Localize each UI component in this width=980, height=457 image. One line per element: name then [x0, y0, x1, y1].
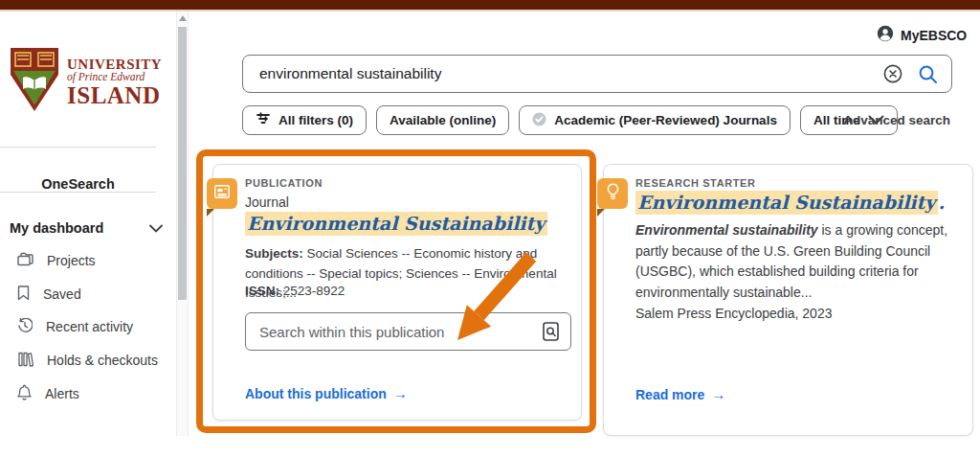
read-more-label: Read more	[635, 387, 704, 402]
search-icon[interactable]	[918, 64, 938, 84]
sidebar-scrollbar[interactable]	[176, 11, 189, 436]
sidebar-item-label: Alerts	[45, 386, 79, 401]
chevron-down-icon	[149, 220, 163, 236]
highlighted-title: Environmental Sustainability	[635, 191, 938, 215]
badge-fold	[207, 209, 214, 217]
sidebar-divider	[0, 147, 156, 148]
alerts-icon	[17, 384, 32, 403]
sidebar-item-recent-activity[interactable]: Recent activity	[17, 315, 170, 338]
badge-fold	[597, 209, 605, 217]
sidebar: UNIVERSITY of Prince Edward ISLAND OneSe…	[0, 13, 176, 457]
research-starter-snippet: Environmental sustainability is a growin…	[635, 220, 972, 303]
document-search-icon[interactable]	[543, 322, 570, 341]
research-starter-title-link[interactable]: Environmental Sustainability.	[635, 192, 945, 213]
sidebar-my-dashboard-toggle[interactable]: My dashboard	[10, 220, 163, 236]
about-this-publication-link[interactable]: About this publication →	[245, 385, 408, 401]
sidebar-item-label: Holds & checkouts	[47, 353, 158, 368]
ebsco-onesearch-page: UNIVERSITY of Prince Edward ISLAND OneSe…	[0, 0, 980, 457]
person-icon	[877, 25, 894, 45]
subjects-label: Subjects:	[245, 246, 303, 261]
advanced-search-link[interactable]: Advanced search	[842, 113, 950, 127]
snippet-lead: Environmental sustainability	[635, 222, 818, 238]
saved-icon	[17, 286, 30, 304]
sidebar-item-projects[interactable]: Projects	[17, 249, 170, 272]
check-circle-icon	[532, 112, 546, 129]
journal-icon	[214, 185, 230, 202]
recent-activity-icon	[17, 318, 33, 336]
result-type-label: PUBLICATION	[245, 177, 323, 189]
peer-reviewed-label: Academic (Peer-Reviewed) Journals	[554, 113, 777, 127]
highlighted-title: Environmental Sustainability	[245, 212, 547, 236]
filter-icon	[256, 112, 271, 128]
top-brand-bar	[0, 0, 980, 11]
publication-format: Journal	[245, 194, 289, 210]
upei-shield-icon	[8, 46, 61, 119]
myebsco-label: MyEBSCO	[901, 28, 967, 43]
sidebar-item-saved[interactable]: Saved	[17, 283, 170, 306]
search-bar	[242, 55, 952, 93]
sidebar-divider	[0, 192, 156, 193]
peer-reviewed-journals-button[interactable]: Academic (Peer-Reviewed) Journals	[519, 105, 791, 135]
filter-row: All filters (0) Available (online) Acade…	[242, 105, 898, 135]
issn-value: 2523-8922	[279, 284, 345, 298]
projects-icon	[17, 252, 33, 269]
publication-result-card[interactable]: PUBLICATION Journal Environmental Sustai…	[212, 164, 582, 421]
search-within-publication-field	[245, 312, 571, 351]
sidebar-item-onesearch[interactable]: OneSearch	[0, 162, 156, 205]
search-input[interactable]	[243, 65, 883, 82]
upei-logo-text: UNIVERSITY of Prince Edward ISLAND	[67, 57, 162, 108]
about-publication-label: About this publication	[245, 386, 387, 401]
title-period: .	[938, 192, 945, 213]
publication-issn: ISSN: 2523-8922	[245, 284, 345, 298]
available-online-button[interactable]: Available (online)	[376, 105, 509, 135]
search-within-publication-input[interactable]	[246, 324, 543, 340]
all-filters-label: All filters (0)	[278, 113, 353, 127]
arrow-right-icon: →	[711, 386, 725, 402]
myebsco-account-button[interactable]: MyEBSCO	[877, 25, 967, 45]
holds-checkouts-icon	[17, 352, 33, 370]
scrollbar-up-arrow-icon[interactable]	[179, 15, 187, 21]
available-online-label: Available (online)	[390, 113, 496, 127]
logo-line-2: of Prince Edward	[67, 72, 162, 83]
scrollbar-thumb[interactable]	[178, 27, 187, 300]
sidebar-item-holds-checkouts[interactable]: Holds & checkouts	[17, 349, 170, 372]
upei-logo[interactable]: UNIVERSITY of Prince Edward ISLAND	[8, 44, 166, 121]
sidebar-item-label: Saved	[43, 286, 81, 302]
sidebar-item-label: Projects	[47, 253, 96, 268]
lightbulb-icon	[607, 183, 619, 204]
arrow-right-icon: →	[393, 385, 408, 401]
source-citation: Salem Press Encyclopedia, 2023	[635, 306, 832, 321]
sidebar-item-label: Recent activity	[46, 319, 133, 334]
issn-label: ISSN:	[245, 284, 279, 298]
logo-line-3: ISLAND	[67, 83, 162, 108]
publication-title-link[interactable]: Environmental Sustainability	[245, 213, 547, 234]
publication-badge	[207, 178, 237, 209]
research-starter-card[interactable]: RESEARCH STARTER Environmental Sustainab…	[603, 164, 973, 436]
all-filters-button[interactable]: All filters (0)	[242, 105, 367, 135]
my-dashboard-label: My dashboard	[10, 220, 103, 236]
logo-line-1: UNIVERSITY	[67, 57, 162, 72]
sidebar-item-alerts[interactable]: Alerts	[17, 382, 170, 405]
research-starter-badge	[597, 178, 628, 209]
clear-search-icon[interactable]	[883, 64, 902, 83]
read-more-link[interactable]: Read more →	[635, 386, 725, 402]
result-type-label: RESEARCH STARTER	[635, 177, 756, 189]
